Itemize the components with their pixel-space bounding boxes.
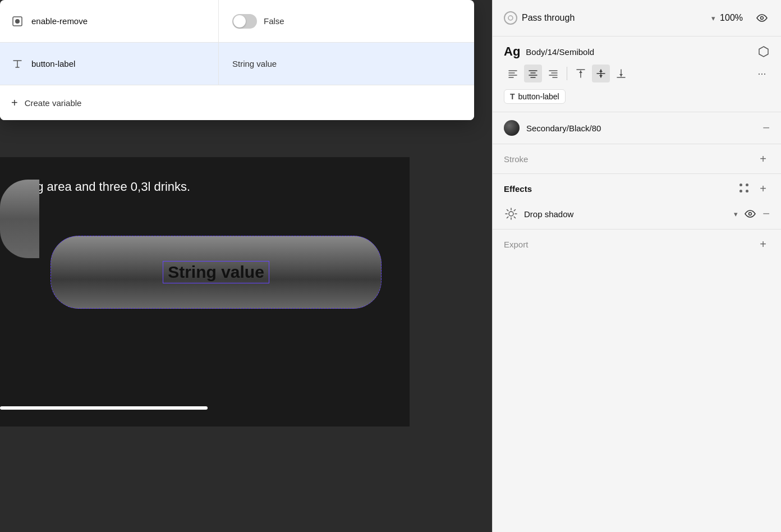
create-variable-label: Create variable [25, 98, 82, 108]
effect-label: Drop shadow [524, 209, 728, 219]
effect-dropdown-icon[interactable]: ▾ [734, 210, 738, 218]
left-circle-shape [0, 180, 39, 258]
pass-through-label: Pass through [522, 13, 705, 23]
create-variable-row[interactable]: + Create variable [0, 85, 474, 120]
toggle-switch[interactable] [232, 14, 257, 29]
align-center-button[interactable] [524, 65, 542, 82]
table-col-name-label: button-label [0, 43, 219, 85]
svg-point-37 [749, 213, 752, 215]
remove-effect-button[interactable]: − [762, 208, 770, 220]
toggle-icon [11, 15, 24, 27]
pass-through-icon [504, 11, 517, 25]
typography-section: Ag Body/14/Semibold [493, 36, 781, 112]
ag-typography-icon: Ag [504, 44, 520, 59]
pass-through-percent: 100% [720, 13, 743, 23]
effects-header: Effects + [493, 174, 781, 203]
font-label: Body/14/Semibold [526, 47, 752, 57]
svg-line-35 [514, 210, 515, 211]
hexagon-icon [757, 45, 770, 58]
table-row-highlighted[interactable]: button-label String value [0, 43, 474, 85]
progress-bar [0, 406, 208, 410]
svg-marker-4 [759, 47, 768, 57]
canvas-area: enable-remove False button-label S [0, 0, 492, 532]
plus-icon: + [11, 97, 18, 109]
var-text-icon: T [510, 92, 515, 101]
pass-through-section: Pass through ▾ 100% [493, 0, 781, 36]
button-container: String value [50, 236, 382, 314]
svg-point-2 [508, 16, 513, 20]
string-value-display: String value [232, 59, 277, 68]
svg-marker-23 [599, 70, 603, 72]
canvas-button[interactable]: String value [50, 236, 382, 309]
svg-marker-24 [599, 75, 603, 77]
effect-visibility-icon[interactable] [743, 207, 757, 221]
canvas-button-text: String value [163, 261, 269, 283]
svg-line-34 [514, 217, 515, 218]
chevron-down-icon[interactable]: ▾ [711, 14, 715, 22]
text-align-row: ··· [504, 65, 770, 82]
effects-row: Drop shadow ▾ − [493, 203, 781, 229]
toggle-value: False [264, 16, 284, 26]
grid-icon[interactable] [739, 184, 750, 194]
add-export-button[interactable]: + [756, 237, 770, 251]
stroke-title: Stroke [504, 154, 756, 164]
toggle-container: False [232, 14, 284, 29]
stroke-section: Stroke + [493, 144, 781, 174]
svg-line-36 [507, 217, 508, 218]
text-icon [11, 58, 24, 70]
table-col-name: enable-remove [0, 0, 219, 42]
color-section: Secondary/Black/80 − [493, 112, 781, 144]
align-left-button[interactable] [504, 65, 522, 82]
visibility-toggle-icon[interactable] [754, 10, 770, 26]
table-row[interactable]: enable-remove False [0, 0, 474, 43]
variable-table: enable-remove False button-label S [0, 0, 474, 120]
canvas-content: ewing area and three 0,3l drinks. String… [0, 157, 410, 426]
export-section: Export + [493, 230, 781, 259]
valign-bottom-button[interactable] [612, 65, 630, 82]
effects-section: Effects + [493, 174, 781, 230]
drop-shadow-icon [504, 207, 518, 221]
color-label: Secondary/Black/80 [526, 123, 756, 133]
color-swatch[interactable] [504, 120, 520, 136]
add-effect-button[interactable]: + [756, 182, 770, 195]
align-divider [567, 67, 567, 80]
valign-center-button[interactable] [592, 65, 610, 82]
typography-row: Ag Body/14/Semibold [504, 44, 770, 59]
variable-tag[interactable]: T button-label [504, 89, 566, 104]
align-right-button[interactable] [544, 65, 562, 82]
svg-line-33 [507, 210, 508, 211]
export-title: Export [504, 240, 756, 249]
effects-title: Effects [504, 184, 739, 194]
table-col-string-value: String value [219, 43, 474, 85]
add-stroke-button[interactable]: + [756, 152, 770, 166]
svg-point-28 [509, 212, 513, 216]
svg-point-3 [761, 17, 764, 20]
table-col-value: False [219, 0, 474, 42]
variable-tag-label: button-label [518, 92, 559, 101]
more-options-button[interactable]: ··· [754, 66, 770, 81]
remove-color-button[interactable]: − [762, 122, 770, 134]
row-name-button-label: button-label [31, 59, 75, 68]
row-name-enable-remove: enable-remove [31, 16, 88, 26]
svg-point-1 [15, 19, 20, 24]
svg-marker-19 [579, 71, 582, 73]
svg-marker-27 [619, 74, 623, 76]
valign-top-button[interactable] [572, 65, 590, 82]
right-panel: Pass through ▾ 100% Ag Body/14/Semibold [492, 0, 781, 532]
